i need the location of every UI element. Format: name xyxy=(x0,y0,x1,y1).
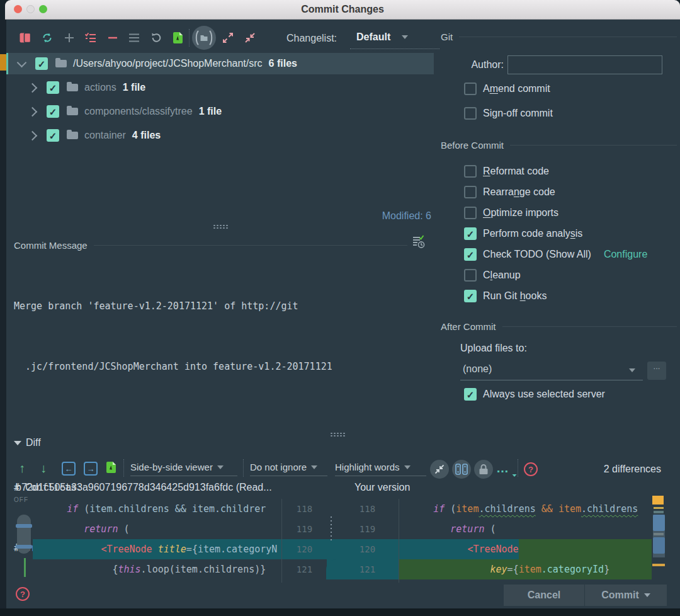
amend-commit-option[interactable]: Amend commit xyxy=(464,83,550,95)
left-scrollbar-thumb[interactable] xyxy=(17,515,31,554)
diff-left-editor[interactable]: if (item.childrens && item.childrer retu… xyxy=(33,499,281,579)
diff-help-icon[interactable]: ? xyxy=(524,462,538,476)
error-stripe[interactable] xyxy=(652,495,667,585)
perform-code-analysis-option[interactable]: Perform code analysis xyxy=(464,227,582,240)
group-by-list-icon[interactable] xyxy=(127,30,142,45)
error-stripe-marker[interactable] xyxy=(654,533,664,535)
ignore-whitespace-dropdown[interactable]: Do not ignore xyxy=(250,462,327,476)
checkbox[interactable] xyxy=(464,186,477,198)
code-line: {this.loop(item.childrens)} xyxy=(33,559,281,579)
checkbox[interactable] xyxy=(464,227,477,240)
sign-off-commit-option[interactable]: Sign-off commit xyxy=(464,107,553,120)
error-stripe-marker[interactable] xyxy=(654,511,664,513)
chevron-down-icon xyxy=(644,593,650,597)
commit-message-line: Merge branch 'feature-v1.2-20171121' of … xyxy=(14,296,423,316)
upload-files-label: Upload files to: xyxy=(460,343,527,354)
previous-difference-icon[interactable]: ↑ xyxy=(19,462,25,474)
right-scrollbar-thumb[interactable] xyxy=(653,537,665,554)
cleanup-option[interactable]: Cleanup xyxy=(464,269,521,282)
commit-button[interactable]: Commit xyxy=(585,585,667,606)
code-line: <TreeNode title={item.categoryN xyxy=(33,539,281,559)
right-scrollbar-thumb[interactable] xyxy=(653,515,665,531)
remove-icon[interactable] xyxy=(105,30,120,45)
section-divider xyxy=(94,245,407,246)
rollback-icon[interactable] xyxy=(149,30,164,45)
diff-collapse-toggle[interactable]: Diff xyxy=(14,437,41,448)
cancel-button-label: Cancel xyxy=(528,590,560,601)
error-stripe-marker[interactable] xyxy=(652,564,665,566)
collapse-unchanged-icon[interactable] xyxy=(430,460,449,479)
help-icon[interactable]: ? xyxy=(16,587,30,601)
shelve-icon[interactable] xyxy=(170,30,185,45)
chevron-right-icon[interactable] xyxy=(28,130,38,140)
optimize-imports-option[interactable]: Optimize imports xyxy=(464,207,558,219)
error-stripe-marker[interactable] xyxy=(652,496,664,505)
checkbox[interactable] xyxy=(464,207,477,219)
chevron-down-icon[interactable] xyxy=(17,57,27,67)
checkbox[interactable] xyxy=(464,388,477,401)
code-line: return ( xyxy=(399,519,652,539)
more-options-icon[interactable]: … xyxy=(496,461,509,476)
chevron-right-icon[interactable] xyxy=(28,106,38,117)
toolbar-separator xyxy=(189,29,190,47)
horizontal-splitter-handle[interactable] xyxy=(213,224,229,229)
toolbar-separator xyxy=(243,459,244,477)
checkbox[interactable] xyxy=(464,83,477,95)
folder-icon xyxy=(67,108,78,115)
changelist-combobox[interactable]: Default xyxy=(356,31,408,43)
commit-message-title: Commit Message xyxy=(14,240,88,251)
upload-server-combobox[interactable]: (none) xyxy=(460,362,643,380)
diff-right-editor[interactable]: if (item.childrens && item.childrens ret… xyxy=(399,499,652,579)
highlight-mode-dropdown[interactable]: Highlight words xyxy=(335,462,426,476)
splitter-dots-handle[interactable] xyxy=(330,515,332,540)
soft-wrap-indicator[interactable]: OFF xyxy=(14,496,28,503)
tree-row-container[interactable]: container 4 files xyxy=(6,125,161,146)
title-bar[interactable]: Commit Changes xyxy=(5,0,680,20)
git-section-title: Git xyxy=(441,31,453,42)
next-difference-icon[interactable]: ↓ xyxy=(40,462,47,474)
collapse-all-icon[interactable] xyxy=(242,30,258,45)
error-stripe-marker[interactable] xyxy=(654,507,664,509)
viewer-mode-dropdown[interactable]: Side-by-side viewer xyxy=(130,462,237,476)
changelist-icon[interactable] xyxy=(83,30,98,45)
commit-message-history-icon[interactable] xyxy=(411,235,425,251)
diff-shelve-icon[interactable] xyxy=(106,461,116,476)
chevron-right-icon[interactable] xyxy=(28,83,38,93)
checkbox[interactable] xyxy=(47,129,59,142)
synchronize-scrolling-icon[interactable] xyxy=(452,460,471,479)
tree-row-root[interactable]: /Users/ahyoo/project/JCShopMerchant/src … xyxy=(6,53,434,74)
tree-row-actions[interactable]: actions 1 file xyxy=(6,77,145,98)
rearrange-code-option[interactable]: Rearrange code xyxy=(464,186,555,198)
tree-item-count: 1 file xyxy=(123,82,145,93)
diff-right-title: Your version xyxy=(354,482,410,493)
checkbox[interactable] xyxy=(464,290,477,302)
scrollbar-marker xyxy=(16,545,32,549)
group-by-directory-icon[interactable] xyxy=(192,26,216,50)
checkbox[interactable] xyxy=(47,81,59,94)
add-icon[interactable] xyxy=(62,30,77,45)
checkbox[interactable] xyxy=(47,105,59,118)
always-use-server-option[interactable]: Always use selected server xyxy=(464,388,605,401)
checkbox[interactable] xyxy=(464,269,477,282)
checkbox[interactable] xyxy=(35,57,48,70)
viewer-mode-value: Side-by-side viewer xyxy=(130,462,213,472)
apply-right-icon[interactable]: → xyxy=(84,462,98,476)
author-input[interactable] xyxy=(507,55,662,74)
checkbox[interactable] xyxy=(464,248,477,261)
tree-row-components[interactable]: components/classifytree 1 file xyxy=(6,101,222,122)
cancel-button[interactable]: Cancel xyxy=(504,585,584,606)
lock-icon[interactable] xyxy=(474,460,493,479)
diff-splitter-handle[interactable] xyxy=(330,432,346,437)
reformat-code-option[interactable]: Reformat code xyxy=(464,165,549,178)
browse-servers-button[interactable]: ... xyxy=(647,362,666,380)
configure-link[interactable]: Configure xyxy=(604,249,647,260)
refresh-icon[interactable] xyxy=(40,30,55,45)
run-git-hooks-option[interactable]: Run Git hooks xyxy=(464,290,547,302)
apply-left-icon[interactable]: ← xyxy=(62,462,76,476)
checkbox[interactable] xyxy=(464,107,477,120)
check-todo-option[interactable]: Check TODO (Show All) Configure xyxy=(464,248,647,261)
checkbox[interactable] xyxy=(464,165,477,178)
expand-all-icon[interactable] xyxy=(220,30,235,45)
commit-button-label: Commit xyxy=(601,590,639,601)
show-diff-icon[interactable] xyxy=(18,30,33,45)
